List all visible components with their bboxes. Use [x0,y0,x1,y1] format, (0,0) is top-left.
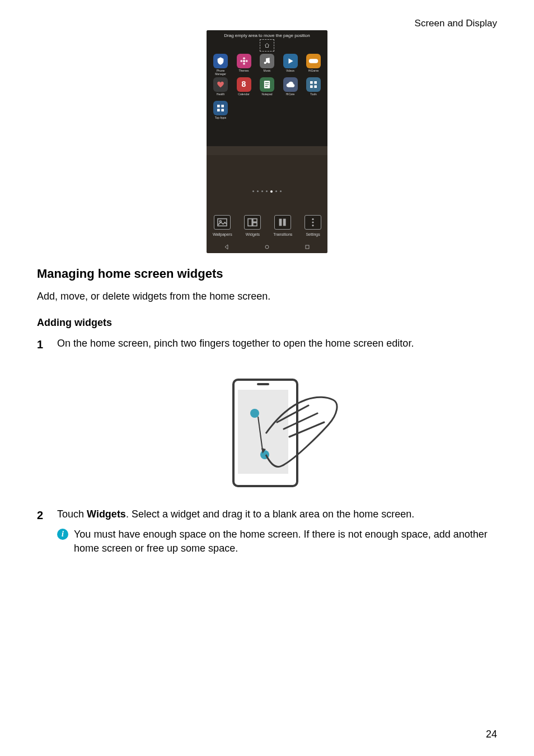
screenshot-home-editor: Drag empty area to move the page positio… [207,30,327,253]
editor-option-widgets: Widgets [244,215,261,237]
app-icon: Themes [235,54,254,75]
svg-point-5 [264,62,266,64]
android-navbar [207,241,327,253]
editor-option-transitions: Transitions [273,215,292,237]
note-text: You must have enough space on the home s… [74,529,488,554]
svg-point-29 [250,409,259,418]
recent-icon [304,244,311,250]
app-icon: Videos [281,54,300,75]
app-icon: Tools [304,77,323,99]
svg-rect-19 [248,219,252,226]
svg-rect-16 [221,109,224,111]
app-icon: Phone Manager [211,54,230,75]
svg-rect-28 [306,245,309,249]
svg-point-27 [265,245,269,249]
svg-rect-13 [217,105,220,108]
app-icon: Music [257,54,277,75]
svg-point-2 [243,63,245,65]
editor-option-wallpapers: Wallpapers [213,215,232,237]
info-note: i You must have enough space on the home… [57,528,497,556]
hand-pinch-icon [210,366,344,494]
app-icon: HiCare [281,77,300,99]
svg-point-25 [312,222,313,223]
home-icon [264,42,270,49]
app-icon: Top Apps [211,101,230,122]
page-header: Screen and Display [415,17,497,30]
svg-point-1 [243,57,245,59]
app-icon: HiGame [304,54,323,75]
svg-rect-15 [217,109,220,111]
step-2: Touch Widgets. Select a widget and drag … [37,507,497,556]
back-icon [223,244,230,250]
svg-rect-22 [279,219,282,226]
app-row: Health8CalendarNotepadHiCareTools [211,77,323,99]
editor-option-settings: Settings [305,215,321,237]
intro-text: Add, move, or delete widgets from the ho… [37,290,497,304]
heading-managing-widgets: Managing home screen widgets [37,265,497,283]
app-icon: Health [211,77,230,99]
page-dots [207,190,327,193]
svg-point-6 [268,61,270,63]
app-icon: Notepad [257,77,277,99]
heading-adding-widgets: Adding widgets [37,316,497,330]
app-row: Top Apps [211,101,323,122]
step-1: On the home screen, pinch two fingers to… [37,337,497,494]
step-2-text: Touch Widgets. Select a widget and drag … [57,508,414,520]
pinch-gesture-illustration [210,366,344,494]
svg-rect-11 [310,85,313,88]
svg-point-3 [240,60,242,62]
svg-point-24 [312,218,313,220]
svg-rect-9 [310,81,313,84]
svg-point-0 [243,60,245,62]
screenshot-tip-text: Drag empty area to move the page positio… [207,32,327,39]
svg-rect-23 [283,219,286,226]
step-1-text: On the home screen, pinch two fingers to… [57,338,414,349]
info-icon: i [57,529,68,540]
svg-rect-12 [314,85,317,88]
svg-rect-7 [309,59,318,63]
svg-point-4 [245,60,247,62]
app-row: Phone ManagerThemesMusicVideosHiGame [211,54,323,75]
page-number: 24 [486,727,497,741]
svg-rect-20 [253,219,257,222]
home-page-indicator [260,39,274,52]
svg-rect-10 [314,81,317,84]
svg-point-26 [312,225,313,226]
editor-options: WallpapersWidgetsTransitionsSettings [207,215,327,237]
home-nav-icon [264,244,270,250]
app-icon: 8Calendar [235,77,254,99]
svg-rect-14 [221,105,224,108]
svg-rect-21 [253,223,257,226]
